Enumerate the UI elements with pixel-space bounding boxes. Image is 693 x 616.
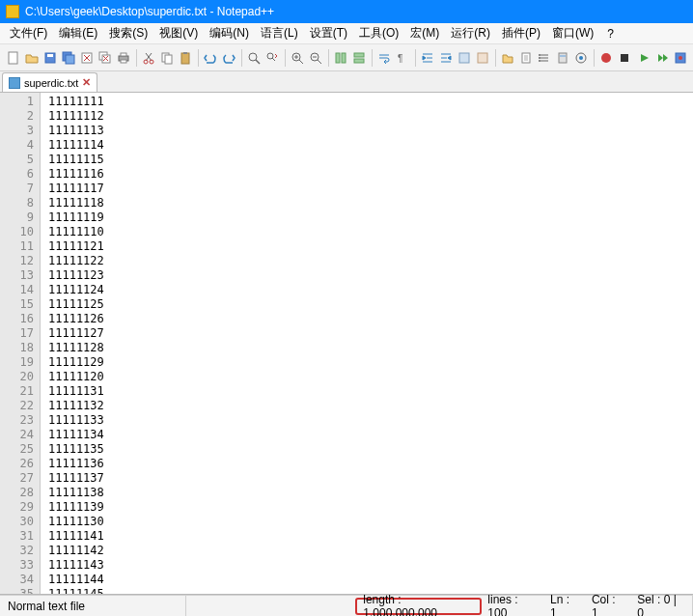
code-line[interactable]: 11111117 <box>48 182 685 196</box>
line-number: 7 <box>2 182 34 196</box>
folder-icon[interactable] <box>500 48 516 68</box>
svg-rect-15 <box>181 53 189 64</box>
code-line[interactable]: 11111126 <box>48 312 685 326</box>
code-line[interactable]: 11111132 <box>48 399 685 413</box>
funclist-icon[interactable] <box>537 48 553 68</box>
menu-help[interactable]: ? <box>601 25 620 42</box>
toolbar: ¶ <box>0 44 693 71</box>
status-length: length : 1,000,000,000 <box>355 598 482 615</box>
code-line[interactable]: 11111143 <box>48 558 685 573</box>
menu-run[interactable]: 运行(R) <box>445 23 496 43</box>
code-line[interactable]: 11111136 <box>48 457 685 471</box>
file-icon <box>9 77 20 89</box>
code-line[interactable]: 11111130 <box>48 515 685 529</box>
menu-plugins[interactable]: 插件(P) <box>496 23 546 43</box>
monitor-icon[interactable] <box>573 48 590 68</box>
statusbar: Normal text file length : 1,000,000,000 … <box>0 595 693 616</box>
close-icon[interactable] <box>78 48 95 68</box>
menu-language[interactable]: 语言(L) <box>255 23 304 43</box>
tab-superdic[interactable]: superdic.txt ✕ <box>2 72 97 92</box>
playmulti-icon[interactable] <box>653 48 670 68</box>
saveall-icon[interactable] <box>60 48 76 68</box>
closeall-icon[interactable] <box>97 48 113 68</box>
line-number: 27 <box>2 471 34 486</box>
code-line[interactable]: 11111120 <box>48 370 685 384</box>
menu-view[interactable]: 视图(V) <box>153 23 204 43</box>
code-line[interactable]: 11111116 <box>48 167 685 182</box>
allchars-icon[interactable]: ¶ <box>395 48 411 68</box>
save-icon[interactable] <box>42 48 58 68</box>
code-line[interactable]: 11111119 <box>48 210 685 225</box>
code-line[interactable]: 11111142 <box>48 544 685 558</box>
line-number: 31 <box>2 529 34 544</box>
menu-settings[interactable]: 设置(T) <box>304 23 353 43</box>
find-icon[interactable] <box>245 48 262 68</box>
code-line[interactable]: 11111113 <box>48 124 685 138</box>
svg-rect-2 <box>47 54 53 57</box>
line-number: 17 <box>2 326 34 341</box>
cut-icon[interactable] <box>140 48 156 68</box>
code-line[interactable]: 11111123 <box>48 268 685 283</box>
code-line[interactable]: 11111128 <box>48 341 685 355</box>
code-line[interactable]: 11111122 <box>48 254 685 268</box>
undo-icon[interactable] <box>202 48 218 68</box>
code-line[interactable]: 11111114 <box>48 138 685 153</box>
tb-icon-2[interactable] <box>475 48 491 68</box>
new-icon[interactable] <box>5 48 21 68</box>
zoomin-icon[interactable] <box>289 48 305 68</box>
code-line[interactable]: 11111110 <box>48 225 685 239</box>
copy-icon[interactable] <box>158 48 175 68</box>
paste-icon[interactable] <box>178 48 194 68</box>
code-line[interactable]: 11111134 <box>48 428 685 442</box>
outdent-icon[interactable] <box>438 48 455 68</box>
code-line[interactable]: 11111133 <box>48 413 685 428</box>
print-icon[interactable] <box>115 48 131 68</box>
svg-point-35 <box>579 56 583 60</box>
indent-icon[interactable] <box>419 48 435 68</box>
code-line[interactable]: 11111124 <box>48 283 685 297</box>
play-icon[interactable] <box>635 48 651 68</box>
line-number: 4 <box>2 138 34 153</box>
redo-icon[interactable] <box>221 48 237 68</box>
line-number: 16 <box>2 312 34 326</box>
menu-window[interactable]: 窗口(W) <box>546 23 599 43</box>
menu-encoding[interactable]: 编码(N) <box>204 23 255 43</box>
doc-icon[interactable] <box>518 48 535 68</box>
stop-icon[interactable] <box>617 48 633 68</box>
menu-file[interactable]: 文件(F) <box>4 23 53 43</box>
code-line[interactable]: 11111129 <box>48 355 685 370</box>
code-line[interactable]: 11111135 <box>48 442 685 457</box>
code-area[interactable]: 1111111111111112111111131111111411111115… <box>41 93 693 594</box>
map-icon[interactable] <box>555 48 571 68</box>
code-line[interactable]: 11111118 <box>48 196 685 210</box>
zoomout-icon[interactable] <box>308 48 324 68</box>
tb-icon-1[interactable] <box>457 48 473 68</box>
code-line[interactable]: 11111115 <box>48 153 685 167</box>
code-line[interactable]: 11111112 <box>48 109 685 124</box>
code-line[interactable]: 11111139 <box>48 500 685 515</box>
line-number: 29 <box>2 500 34 515</box>
code-line[interactable]: 11111111 <box>48 95 685 109</box>
tab-close-icon[interactable]: ✕ <box>82 76 91 89</box>
menu-search[interactable]: 搜索(S) <box>103 23 153 43</box>
code-line[interactable]: 11111121 <box>48 239 685 254</box>
syncv-icon[interactable] <box>332 48 348 68</box>
synch-icon[interactable] <box>351 48 368 68</box>
replace-icon[interactable] <box>264 48 281 68</box>
code-line[interactable]: 11111137 <box>48 471 685 486</box>
editor[interactable]: 1234567891011121314151617181920212223242… <box>0 93 693 595</box>
wordwrap-icon[interactable] <box>375 48 392 68</box>
rec-icon[interactable] <box>598 48 615 68</box>
code-line[interactable]: 11111144 <box>48 573 685 587</box>
saverec-icon[interactable] <box>672 48 688 68</box>
code-line[interactable]: 11111125 <box>48 297 685 312</box>
menu-edit[interactable]: 编辑(E) <box>53 23 103 43</box>
open-icon[interactable] <box>23 48 40 68</box>
code-line[interactable]: 11111138 <box>48 486 685 500</box>
code-line[interactable]: 11111127 <box>48 326 685 341</box>
code-line[interactable]: 11111131 <box>48 384 685 399</box>
menu-tools[interactable]: 工具(O) <box>353 23 404 43</box>
line-number: 19 <box>2 355 34 370</box>
menu-macro[interactable]: 宏(M) <box>404 23 445 43</box>
code-line[interactable]: 11111141 <box>48 529 685 544</box>
